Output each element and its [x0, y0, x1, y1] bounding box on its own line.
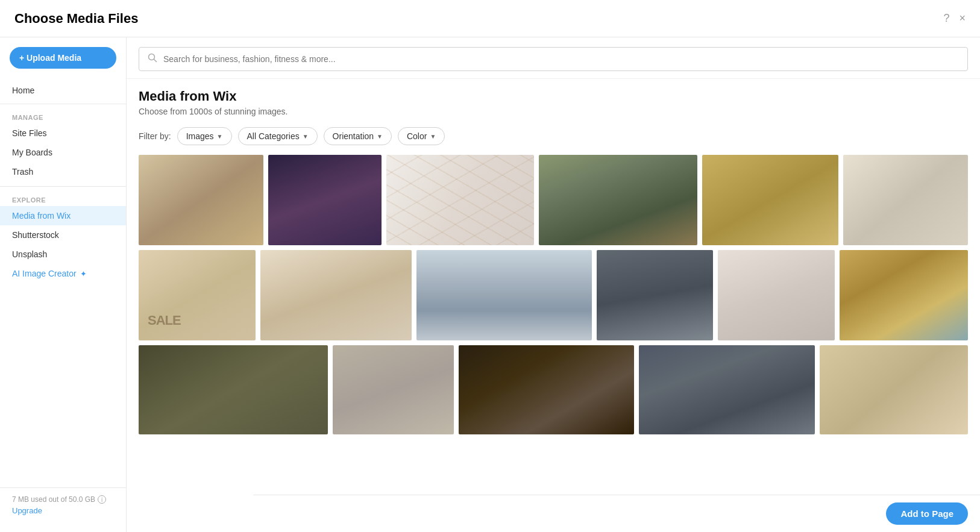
list-item[interactable]	[718, 250, 835, 340]
search-bar	[139, 47, 968, 71]
modal-body: + Upload Media Home MANAGE Site Files My…	[0, 37, 980, 532]
images-filter-button[interactable]: Images ▼	[177, 127, 232, 145]
sidebar-footer: 7 MB used out of 50.0 GB i Upgrade	[0, 487, 126, 522]
close-button[interactable]: ×	[959, 12, 966, 25]
list-item[interactable]	[268, 155, 382, 245]
filter-label: Filter by:	[139, 131, 171, 141]
storage-text: 7 MB used out of 50.0 GB	[12, 495, 95, 504]
list-item[interactable]	[139, 155, 263, 245]
list-item[interactable]	[820, 345, 968, 434]
sidebar-item-home[interactable]: Home	[0, 81, 126, 104]
filter-bar: Filter by: Images ▼ All Categories ▼ Ori…	[127, 122, 980, 152]
image-grid: SALE	[127, 152, 980, 532]
list-item[interactable]	[386, 155, 534, 245]
sidebar-item-trash[interactable]: Trash	[0, 162, 126, 181]
orientation-filter-chevron: ▼	[377, 133, 383, 140]
images-filter-chevron: ▼	[217, 133, 223, 140]
manage-section-label: MANAGE	[0, 109, 126, 124]
add-to-page-button[interactable]: Add to Page	[886, 502, 968, 525]
list-item[interactable]	[840, 250, 968, 340]
sparkle-icon: ✦	[80, 269, 87, 278]
list-item[interactable]	[333, 345, 454, 434]
sidebar-item-ai-image-creator[interactable]: AI Image Creator ✦	[0, 264, 126, 283]
main-content: Media from Wix Choose from 1000s of stun…	[127, 37, 980, 532]
grid-row-1	[139, 155, 968, 245]
categories-filter-button[interactable]: All Categories ▼	[238, 127, 318, 145]
storage-info-icon[interactable]: i	[98, 495, 106, 504]
list-item[interactable]	[459, 345, 634, 434]
search-bar-wrapper	[127, 37, 980, 79]
explore-section-label: EXPLORE	[0, 192, 126, 206]
sidebar-divider	[0, 186, 126, 187]
list-item[interactable]	[639, 345, 814, 434]
header-actions: ? ×	[943, 12, 966, 25]
help-button[interactable]: ?	[943, 12, 949, 25]
modal-header: Choose Media Files ? ×	[0, 0, 980, 37]
content-title: Media from Wix	[139, 89, 968, 104]
color-filter-label: Color	[407, 131, 427, 141]
svg-line-1	[154, 60, 157, 62]
content-subtitle: Choose from 1000s of stunning images.	[139, 107, 968, 116]
sidebar: + Upload Media Home MANAGE Site Files My…	[0, 37, 127, 532]
sidebar-item-shutterstock[interactable]: Shutterstock	[0, 225, 126, 245]
search-input[interactable]	[163, 54, 959, 64]
list-item[interactable]	[843, 155, 968, 245]
orientation-filter-label: Orientation	[333, 131, 374, 141]
bottom-bar: Add to Page	[253, 495, 980, 532]
list-item[interactable]: SALE	[139, 250, 256, 340]
upload-media-button[interactable]: + Upload Media	[10, 47, 116, 69]
content-header: Media from Wix Choose from 1000s of stun…	[127, 79, 980, 122]
categories-filter-chevron: ▼	[303, 133, 309, 140]
sidebar-item-unsplash[interactable]: Unsplash	[0, 245, 126, 264]
list-item[interactable]	[702, 155, 838, 245]
ai-label: AI Image Creator	[12, 269, 77, 278]
list-item[interactable]	[539, 155, 697, 245]
color-filter-button[interactable]: Color ▼	[398, 127, 445, 145]
list-item[interactable]	[416, 250, 591, 340]
search-icon	[148, 53, 157, 65]
sidebar-item-media-from-wix[interactable]: Media from Wix	[0, 206, 126, 225]
grid-row-3	[139, 345, 968, 434]
sidebar-item-my-boards[interactable]: My Boards	[0, 143, 126, 162]
list-item[interactable]	[597, 250, 714, 340]
storage-info: 7 MB used out of 50.0 GB i	[12, 495, 114, 504]
list-item[interactable]	[260, 250, 412, 340]
sidebar-item-site-files[interactable]: Site Files	[0, 124, 126, 143]
categories-filter-label: All Categories	[247, 131, 300, 141]
orientation-filter-button[interactable]: Orientation ▼	[324, 127, 392, 145]
images-filter-label: Images	[186, 131, 214, 141]
color-filter-chevron: ▼	[430, 133, 436, 140]
modal-title: Choose Media Files	[14, 11, 138, 27]
grid-row-2: SALE	[139, 250, 968, 340]
upgrade-link[interactable]: Upgrade	[12, 506, 114, 515]
list-item[interactable]	[139, 345, 328, 434]
